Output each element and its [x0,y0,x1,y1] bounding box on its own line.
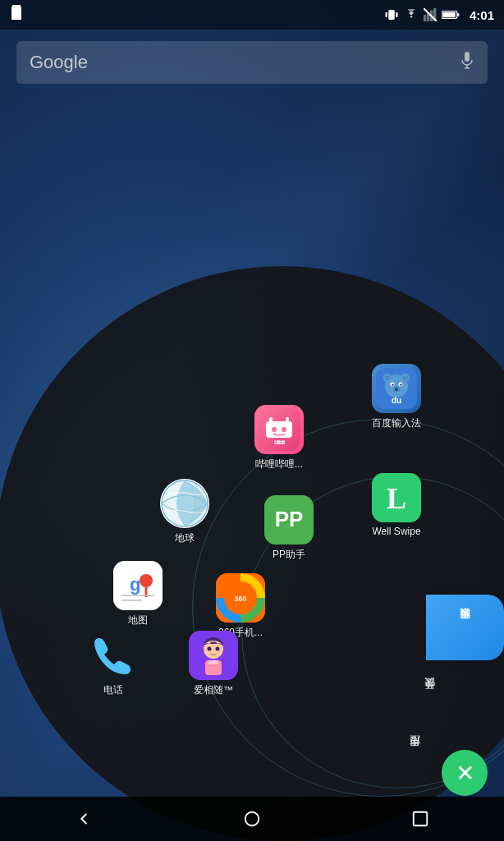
svg-text:L: L [387,482,406,515]
bilibili-icon-img: bilibili [254,405,304,454]
nav-bar [0,797,504,841]
google-text: Google [30,52,460,73]
maps-label: 地图 [128,614,148,627]
svg-text:g: g [130,574,140,595]
svg-text:du: du [392,396,401,405]
app-wellswipe[interactable]: L Well Swipe [372,473,421,537]
svg-rect-9 [457,13,460,16]
bilibili-label: 哔哩哔哩... [255,457,303,471]
svg-rect-16 [269,417,273,422]
earth-icon-img [160,479,209,528]
app-360[interactable]: 360 360手机... [216,573,265,640]
app-maps[interactable]: g 地图 [113,561,163,627]
svg-text:360: 360 [234,595,246,603]
close-icon: ✕ [456,760,474,787]
baidu-icon-img: du [372,364,421,413]
svg-point-30 [392,384,393,385]
pp-icon-img: PP [264,495,314,545]
svg-rect-10 [442,12,455,17]
status-time: 4:01 [470,8,494,22]
svg-point-26 [403,375,408,380]
ai-label: 爱相随™ [194,683,233,697]
pp-label: PP助手 [273,548,305,562]
close-button[interactable]: ✕ [442,750,488,796]
svg-rect-2 [396,12,397,17]
nav-recent[interactable] [400,798,441,839]
ai-icon-img [189,631,238,680]
svg-rect-17 [286,417,289,422]
app-pp[interactable]: PP PP助手 [264,495,314,562]
status-icons: 4:01 [384,7,494,22]
svg-point-31 [400,384,401,385]
svg-rect-56 [413,812,427,826]
mic-icon[interactable] [460,52,474,74]
360-icon-img: 360 [216,573,265,623]
chat-bubble[interactable]: 聊天面板 [426,595,504,660]
svg-point-55 [245,812,259,826]
svg-rect-1 [385,12,387,17]
wellswipe-label: Well Swipe [372,526,420,537]
app-ai[interactable]: 爱相随™ [189,631,238,697]
nav-home[interactable] [231,798,273,839]
baidu-label: 百度输入法 [372,416,421,430]
svg-rect-3 [424,15,426,21]
phone-icon-img [89,631,138,680]
svg-point-19 [282,427,286,432]
no-signal-icon [424,8,437,21]
svg-point-51 [208,647,212,651]
phone-label: 电话 [103,683,123,697]
app-phone[interactable]: 电话 [89,631,138,697]
battery-icon [442,9,461,21]
svg-point-25 [385,375,390,380]
svg-rect-0 [388,10,395,20]
svg-rect-54 [208,660,218,664]
search-bar[interactable]: Google [16,41,488,84]
app-baidu-input[interactable]: du 百度输入法 [372,364,421,430]
nav-back[interactable] [63,798,104,839]
maps-icon-img: g [113,561,163,610]
svg-point-33 [395,388,398,391]
status-bar-left-icon [10,5,23,25]
svg-point-52 [216,647,220,651]
earth-label: 地球 [175,531,195,545]
wellswipe-icon-img: L [372,473,421,522]
svg-point-43 [140,574,153,587]
wifi-icon [404,9,419,21]
app-bilibili[interactable]: bilibili 哔哩哔哩... [254,405,304,471]
svg-text:PP: PP [275,507,304,531]
svg-point-18 [272,427,277,432]
svg-rect-11 [465,52,470,62]
app-earth[interactable]: 地球 [160,479,209,545]
svg-text:bilibili: bilibili [274,439,285,445]
status-bar: 4:01 [0,0,504,30]
vibrate-icon [384,7,399,22]
